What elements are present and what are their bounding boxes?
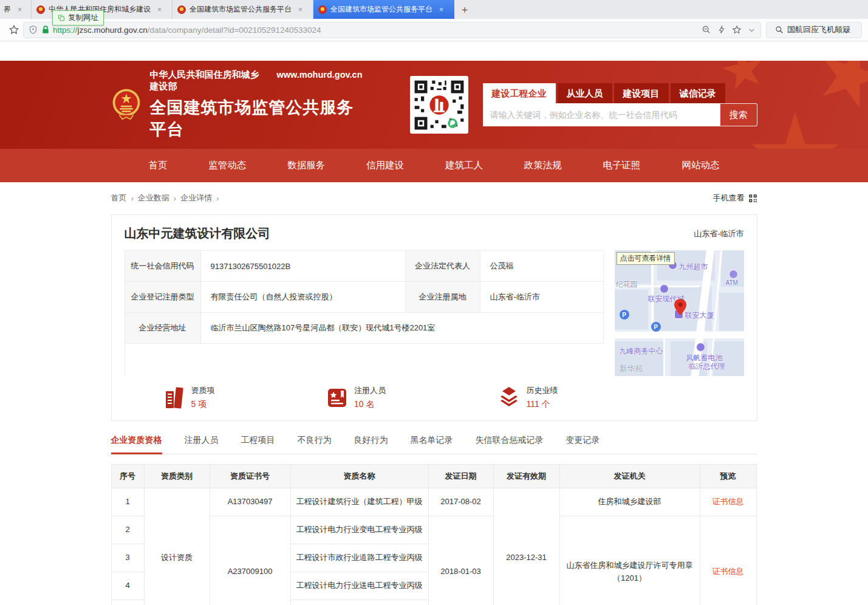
address-bar[interactable]: https://jzsc.mohurd.gov.cn/data/company/… bbox=[23, 22, 761, 38]
cell-qual-name: 工程设计市政行业道路工程专业丙级 bbox=[290, 544, 428, 572]
cell-qual-name: 工程设计电力行业变电工程专业丙级 bbox=[290, 516, 428, 544]
cell-no: 3 bbox=[111, 544, 144, 572]
nav-item-home[interactable]: 首页 bbox=[149, 159, 168, 172]
map-label-supermarket: 九州超市 bbox=[679, 262, 708, 272]
credit-code-value: 91371302675501022B bbox=[201, 251, 406, 282]
cell-category: 设计资质 bbox=[144, 488, 210, 605]
cell-no: 4 bbox=[111, 572, 144, 600]
address-label: 企业经营地址 bbox=[125, 313, 201, 344]
certificate-icon bbox=[326, 387, 348, 409]
tab-bad-behavior[interactable]: 不良行为 bbox=[298, 435, 332, 454]
cell-authority: 住房和城乡建设部 bbox=[559, 488, 700, 516]
map-tooltip: 点击可查看详情 bbox=[617, 252, 675, 265]
tab-close-icon[interactable]: × bbox=[16, 5, 24, 14]
breadcrumb-home[interactable]: 首页 bbox=[111, 193, 127, 203]
header-qr-code bbox=[410, 76, 468, 134]
reg-type-value: 有限责任公司（自然人投资或控股） bbox=[201, 282, 406, 313]
tab-close-icon[interactable]: × bbox=[437, 5, 445, 14]
credit-code-label: 统一社会信用代码 bbox=[125, 251, 201, 282]
shield-icon[interactable] bbox=[29, 25, 38, 35]
cell-no: 1 bbox=[111, 488, 144, 516]
chevron-down-icon[interactable] bbox=[748, 26, 756, 34]
browser-search-box[interactable]: 国航回应飞机颠簸 bbox=[766, 22, 862, 38]
col-header-cert-no: 资质证书号 bbox=[210, 465, 290, 488]
nav-item-e-license[interactable]: 电子证照 bbox=[603, 159, 641, 172]
star-decoration bbox=[808, 61, 868, 118]
col-header-authority: 发证机关 bbox=[559, 465, 700, 488]
tab-qualifications[interactable]: 企业资质资格 bbox=[111, 435, 162, 454]
ministry-url: www.mohurd.gov.cn bbox=[277, 70, 363, 80]
breadcrumb-company-data[interactable]: 企业数据 bbox=[138, 193, 169, 203]
nav-item-supervision[interactable]: 监管动态 bbox=[208, 159, 246, 172]
tab-projects[interactable]: 工程项目 bbox=[241, 435, 275, 454]
cell-preview: 证书信息 bbox=[700, 488, 756, 516]
table-row: 1 设计资质 A137030497 工程设计建筑行业（建筑工程）甲级 2017-… bbox=[111, 488, 756, 516]
search-tab-project[interactable]: 建设项目 bbox=[614, 83, 669, 103]
tab-change-record[interactable]: 变更记录 bbox=[566, 435, 600, 454]
new-tab-button[interactable]: ＋ bbox=[454, 0, 475, 19]
company-name: 山东中元建筑设计有限公司 bbox=[125, 225, 270, 242]
company-location-map[interactable]: 点击可查看详情 九州超市 ATM 纪花园 联安现代城 联安大厦 P P bbox=[615, 250, 744, 376]
flash-icon[interactable] bbox=[717, 25, 726, 35]
tab-title: 全国建筑市场监管公共服务平台 bbox=[190, 4, 292, 15]
certificate-info-link[interactable]: 证书信息 bbox=[713, 567, 744, 576]
poi-marker-icon bbox=[696, 343, 705, 352]
copy-icon bbox=[58, 14, 65, 22]
tab-close-icon[interactable]: × bbox=[296, 5, 304, 14]
legal-rep-value: 公茂福 bbox=[480, 251, 604, 282]
nav-item-policy[interactable]: 政策法规 bbox=[524, 159, 562, 172]
cell-no: 5 bbox=[111, 600, 144, 605]
zoom-out-icon[interactable] bbox=[702, 25, 711, 35]
tab-blacklist[interactable]: 黑名单记录 bbox=[411, 435, 453, 454]
certificate-info-link[interactable]: 证书信息 bbox=[713, 497, 744, 506]
search-tab-personnel[interactable]: 从业人员 bbox=[558, 83, 612, 103]
map-label-business-center: 九峰商务中心 bbox=[620, 346, 663, 357]
browser-tab-bar: 界 × 中华人民共和国住房和城乡建设 × 全国建筑市场监管公共服务平台 × 全国… bbox=[0, 0, 868, 19]
browser-tab-active[interactable]: 全国建筑市场监管公共服务平台 × bbox=[313, 0, 454, 19]
tab-favicon-emblem-icon bbox=[177, 5, 186, 14]
qualification-table: 序号 资质类别 资质证书号 资质名称 发证日期 发证有效期 发证机关 预览 1 … bbox=[111, 464, 757, 605]
nav-item-workers[interactable]: 建筑工人 bbox=[445, 159, 483, 172]
cell-qual-name: 工程设计风景园林工程专项乙级 bbox=[290, 600, 428, 605]
keyword-search-input[interactable] bbox=[483, 103, 720, 126]
layers-icon bbox=[497, 387, 521, 409]
breadcrumb: 首页 › 企业数据 › 企业详情 › 手机查看 bbox=[111, 190, 757, 206]
tab-good-behavior[interactable]: 良好行为 bbox=[354, 435, 388, 454]
tab-favicon-emblem-icon bbox=[36, 5, 45, 14]
stat-historical-performance: 历史业绩 111 个 bbox=[497, 385, 558, 410]
stat-value: 10 名 bbox=[354, 399, 386, 410]
browser-tab-jzsc-1[interactable]: 全国建筑市场监管公共服务平台 × bbox=[173, 0, 313, 19]
tab-dishonesty-record[interactable]: 失信联合惩戒记录 bbox=[476, 435, 544, 454]
nav-item-site-news[interactable]: 网站动态 bbox=[682, 159, 719, 172]
mobile-view-button[interactable]: 手机查看 bbox=[713, 193, 757, 203]
search-tab-enterprise[interactable]: 建设工程企业 bbox=[483, 83, 556, 103]
breadcrumb-company-detail[interactable]: 企业详情 bbox=[180, 193, 212, 203]
tab-registered-personnel[interactable]: 注册人员 bbox=[185, 435, 219, 454]
tab-close-icon[interactable]: × bbox=[155, 5, 163, 14]
reg-region-label: 企业注册属地 bbox=[406, 282, 480, 313]
col-header-qual-name: 资质名称 bbox=[290, 465, 428, 488]
map-label-tower: 联安大厦 bbox=[685, 310, 714, 321]
bookmark-star-icon[interactable] bbox=[6, 22, 22, 38]
search-tab-credit[interactable]: 诚信记录 bbox=[671, 83, 725, 103]
tab-favicon-emblem-icon bbox=[318, 5, 327, 14]
nav-item-credit[interactable]: 信用建设 bbox=[366, 159, 404, 172]
cell-preview: 证书信息 bbox=[700, 516, 756, 605]
copy-url-tooltip: 复制网址 bbox=[52, 10, 104, 26]
stat-label: 资质项 bbox=[191, 385, 215, 396]
cell-no: 2 bbox=[111, 516, 144, 544]
detail-tabs: 企业资质资格 注册人员 工程项目 不良行为 良好行为 黑名单记录 失信联合惩戒记… bbox=[111, 435, 757, 454]
favorite-star-icon[interactable] bbox=[732, 25, 742, 35]
site-header: 中华人民共和国住房和城乡建设部 www.mohurd.gov.cn 全国建筑市场… bbox=[0, 61, 868, 149]
map-label-atm: ATM bbox=[726, 279, 738, 286]
page-top-gap bbox=[0, 41, 868, 61]
lock-icon bbox=[42, 26, 49, 34]
site-logo[interactable]: 中华人民共和国住房和城乡建设部 www.mohurd.gov.cn 全国建筑市场… bbox=[111, 69, 363, 140]
search-button[interactable]: 搜索 bbox=[720, 103, 757, 126]
map-label-xinhua: 新华苑 bbox=[620, 363, 643, 374]
nav-item-data-service[interactable]: 数据服务 bbox=[287, 159, 325, 172]
browser-tab-partial[interactable]: 界 × bbox=[0, 0, 32, 19]
cell-cert-no: A137030497 bbox=[210, 488, 290, 516]
parking-icon: P bbox=[620, 310, 629, 320]
cell-issue-date: 2017-08-02 bbox=[428, 488, 493, 516]
